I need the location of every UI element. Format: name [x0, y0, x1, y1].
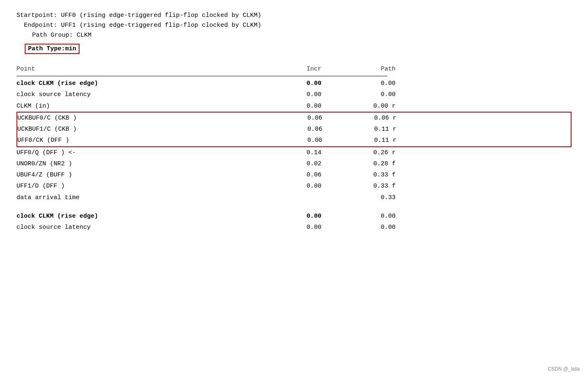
cell-path: 0.33 f — [338, 181, 404, 191]
cell-path: 0.00 — [338, 90, 404, 99]
cell-incr: 0.00 — [273, 136, 339, 145]
cell-point: clock CLKM (rise edge) — [16, 212, 272, 221]
pathtype-label: Path Type: — [28, 45, 65, 52]
table-row: clock source latency0.000.00 — [16, 222, 572, 233]
startpoint-line: Startpoint: UFF0 (rising edge-triggered … — [16, 11, 572, 21]
table-row: CLKM (in)0.000.00 r — [16, 101, 572, 112]
col-header-point: Point — [16, 66, 272, 73]
cell-incr: 0.00 — [272, 223, 338, 232]
cell-incr: 0.06 — [273, 113, 339, 123]
main-content: Startpoint: UFF0 (rising edge-triggered … — [8, 7, 580, 237]
cell-path: 0.11 r — [339, 125, 405, 134]
pathtype-value: min — [65, 45, 76, 52]
cell-point: UFF0/CK (DFF ) — [17, 136, 273, 145]
table-row: UFF0/CK (DFF )0.000.11 r — [17, 135, 571, 146]
cell-path: 0.00 — [338, 79, 404, 88]
spacer1 — [16, 203, 572, 211]
cell-incr: 0.00 — [272, 101, 338, 111]
pathtype-box: Path Type:min — [25, 44, 80, 54]
cell-incr: 0.06 — [273, 125, 339, 134]
cell-point: UNOR0/ZN (NR2 ) — [16, 159, 272, 169]
pathgroup-line: Path Group: CLKM — [16, 31, 572, 40]
timing-table: Point Incr Path clock CLKM (rise edge)0.… — [16, 64, 572, 233]
cell-path: 0.00 — [338, 212, 404, 221]
col-header-incr: Incr — [272, 66, 338, 73]
cell-path: 0.11 r — [339, 136, 405, 145]
cell-incr: 0.00 — [272, 181, 338, 191]
pathtype-row: Path Type:min — [16, 42, 572, 56]
cell-incr: 0.14 — [272, 148, 338, 157]
cell-point: clock CLKM (rise edge) — [16, 79, 272, 88]
cell-point: clock source latency — [16, 90, 272, 99]
cell-point: UCKBUF0/C (CKB ) — [17, 113, 273, 123]
cell-incr: 0.00 — [272, 212, 338, 221]
cell-path: 0.28 f — [338, 159, 404, 169]
table-row: UFF0/Q (DFF ) <-0.140.26 r — [16, 147, 572, 158]
table-divider — [16, 76, 387, 76]
cell-point: clock source latency — [16, 223, 272, 232]
table-header: Point Incr Path — [16, 64, 572, 74]
cell-incr: 0.00 — [272, 79, 338, 88]
cell-incr: 0.02 — [272, 159, 338, 169]
cell-incr: 0.06 — [272, 170, 338, 180]
col-header-path: Path — [338, 66, 404, 73]
cell-point: UFF1/D (DFF ) — [16, 181, 272, 191]
cell-point: UFF0/Q (DFF ) <- — [16, 148, 272, 157]
endpoint-line: Endpoint: UFF1 (rising edge-triggered fl… — [16, 21, 572, 31]
cell-path: 0.00 — [338, 223, 404, 232]
table-row: UCKBUF1/C (CKB )0.060.11 r — [17, 124, 571, 135]
boxed-rows-group: UCKBUF0/C (CKB )0.060.06 rUCKBUF1/C (CKB… — [16, 112, 572, 147]
cell-path: 0.00 r — [338, 101, 404, 111]
cell-incr — [272, 193, 338, 202]
table-row: clock CLKM (rise edge)0.000.00 — [16, 78, 572, 89]
table-row: data arrival time0.33 — [16, 192, 572, 203]
cell-path: 0.33 — [338, 193, 404, 202]
cell-point: UCKBUF1/C (CKB ) — [17, 125, 273, 134]
table-row: clock source latency0.000.00 — [16, 89, 572, 100]
table-row: clock CLKM (rise edge)0.000.00 — [16, 211, 572, 222]
table-row: UFF1/D (DFF )0.000.33 f — [16, 181, 572, 192]
cell-point: UBUF4/Z (BUFF ) — [16, 170, 272, 180]
watermark: CSDN @_lalla — [548, 366, 580, 372]
table-row: UBUF4/Z (BUFF )0.060.33 f — [16, 169, 572, 181]
cell-point: data arrival time — [16, 193, 272, 202]
cell-path: 0.06 r — [339, 113, 405, 123]
table-rows-group1: clock CLKM (rise edge)0.000.00clock sour… — [16, 78, 572, 203]
table-rows-group2: clock CLKM (rise edge)0.000.00clock sour… — [16, 211, 572, 233]
table-row: UCKBUF0/C (CKB )0.060.06 r — [17, 113, 571, 124]
cell-path: 0.33 f — [338, 170, 404, 180]
cell-point: CLKM (in) — [16, 101, 272, 111]
cell-path: 0.26 r — [338, 148, 404, 157]
cell-incr: 0.00 — [272, 90, 338, 99]
table-row: UNOR0/ZN (NR2 )0.020.28 f — [16, 158, 572, 169]
